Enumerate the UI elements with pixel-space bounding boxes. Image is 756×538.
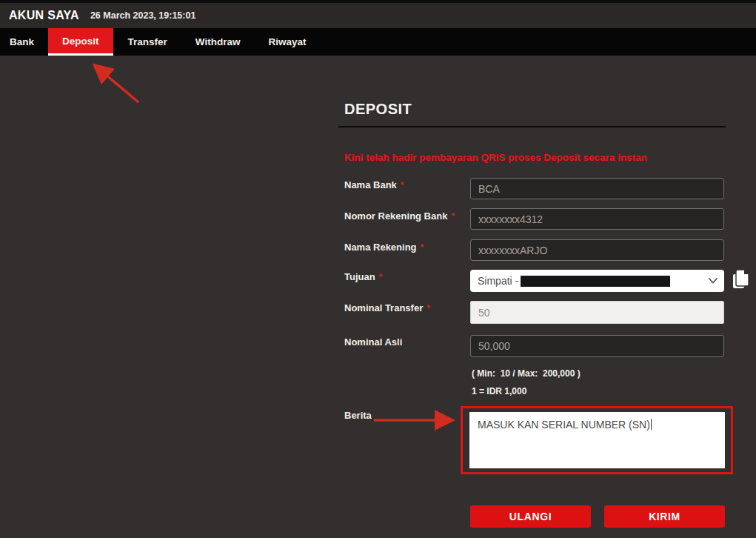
berita-label: Berita: [344, 410, 372, 421]
tujuan-select[interactable]: Simpati -: [470, 270, 724, 292]
berita-value: MASUK KAN SERIAL NUMBER (SN): [478, 419, 650, 431]
nomor-rekening-bank-input[interactable]: [470, 208, 724, 230]
tab-riwayat[interactable]: Riwayat: [253, 28, 321, 56]
nama-rekening-label: Nama Rekening*: [344, 242, 424, 253]
tab-bank[interactable]: Bank: [0, 28, 44, 56]
rate-hint: 1 = IDR 1,000: [472, 386, 526, 396]
nominal-asli-input[interactable]: [470, 335, 724, 357]
min-max-hint: ( Min: 10 / Max: 200,000 ): [472, 368, 581, 379]
nomor-rekening-bank-label: Nomor Rekening Bank*: [344, 210, 455, 222]
tab-transfer[interactable]: Transfer: [113, 28, 182, 56]
current-datetime: 26 March 2023, 19:15:01: [90, 10, 195, 21]
redaction-bar: [521, 276, 670, 287]
main-nav: Bank Deposit Transfer Withdraw Riwayat: [0, 28, 756, 56]
required-asterisk: *: [379, 272, 383, 282]
header-bar: AKUN SAYA 26 March 2023, 19:15:01: [0, 3, 756, 28]
required-asterisk: *: [401, 180, 404, 190]
nama-rekening-input[interactable]: [470, 239, 724, 261]
required-asterisk: *: [451, 211, 455, 222]
copy-icon[interactable]: [731, 268, 750, 290]
nama-bank-label: Nama Bank*: [344, 179, 404, 190]
required-asterisk: *: [421, 242, 424, 253]
text-cursor: [651, 419, 652, 430]
berita-textarea[interactable]: MASUK KAN SERIAL NUMBER (SN): [469, 412, 725, 468]
nominal-transfer-label: Nominal Transfer*: [344, 302, 430, 313]
kirim-button[interactable]: KIRIM: [604, 505, 725, 528]
tab-deposit[interactable]: Deposit: [48, 28, 113, 56]
nominal-transfer-input[interactable]: [470, 301, 724, 324]
arrow-to-deposit-tab: [96, 67, 138, 102]
tab-withdraw[interactable]: Withdraw: [182, 28, 254, 56]
nominal-asli-label: Nominal Asli: [344, 336, 402, 348]
tujuan-selected-value: Simpati -: [478, 275, 518, 287]
chevron-down-icon: [709, 278, 717, 284]
form-title: DEPOSIT: [344, 101, 412, 118]
title-divider: [338, 126, 726, 127]
deposit-page: AKUN SAYA 26 March 2023, 19:15:01 Bank D…: [0, 0, 756, 538]
ulangi-button[interactable]: ULANGI: [470, 505, 591, 528]
qris-notice: Kini telah hadir pembayaran QRIS proses …: [344, 152, 647, 163]
nama-bank-input[interactable]: [470, 178, 724, 199]
required-asterisk: *: [426, 303, 430, 313]
tujuan-label: Tujuan*: [344, 271, 382, 282]
page-title: AKUN SAYA: [9, 9, 79, 22]
